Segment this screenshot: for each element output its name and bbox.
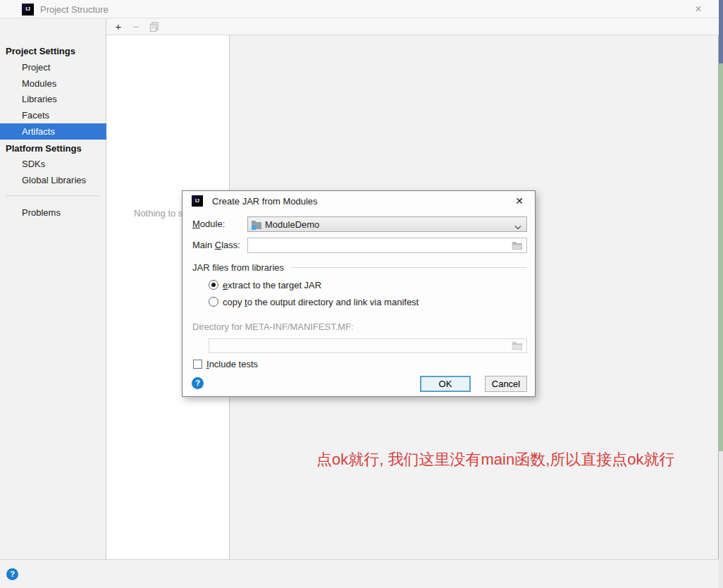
window-title: Project Structure: [40, 4, 109, 15]
main-class-label: Main Class:: [192, 240, 240, 250]
sidebar-item-sdks[interactable]: SDKs: [0, 156, 106, 172]
create-jar-dialog: IJ Create JAR from Modules ✕ Module: Mod…: [182, 190, 536, 397]
dialog-footer-bar: ? OK Cancel Apply: [0, 559, 719, 588]
dialog-close-icon[interactable]: ✕: [513, 195, 526, 207]
artifacts-toolbar: + −: [106, 18, 719, 35]
radio-copy-row[interactable]: copy to the output directory and link vi…: [209, 295, 419, 308]
group-divider: [291, 267, 526, 268]
copy-icon[interactable]: [148, 22, 161, 35]
screen: IJ Project Structure × ← → + − Pro: [0, 0, 723, 588]
chevron-down-icon: [514, 222, 521, 228]
help-icon[interactable]: ?: [6, 568, 18, 580]
jar-files-group-label: JAR files from libraries: [192, 262, 284, 273]
window-close-icon[interactable]: ×: [691, 2, 706, 16]
sidebar-divider: [6, 195, 99, 196]
window-titlebar[interactable]: IJ Project Structure ×: [0, 0, 719, 18]
dialog-cancel-button[interactable]: Cancel: [485, 376, 527, 392]
radio-extract-label: extract to the target JAR: [223, 280, 321, 290]
dialog-titlebar[interactable]: IJ Create JAR from Modules ✕: [183, 191, 535, 211]
desktop-edge: [719, 0, 723, 588]
manifest-directory-label: Directory for META-INF/MANIFEST.MF:: [192, 321, 354, 332]
jar-files-group-header: JAR files from libraries: [192, 262, 526, 273]
radio-extract-button[interactable]: [209, 280, 218, 290]
module-icon: [251, 219, 262, 230]
browse-folder-icon[interactable]: [512, 341, 523, 353]
intellij-logo-icon: IJ: [22, 4, 34, 16]
include-tests-row[interactable]: Include tests: [193, 358, 258, 369]
manifest-directory-input[interactable]: [212, 340, 509, 353]
sidebar-item-global-libraries[interactable]: Global Libraries: [0, 172, 106, 188]
include-tests-checkbox[interactable]: [193, 360, 202, 369]
browse-folder-icon[interactable]: [512, 241, 523, 252]
sidebar-item-problems[interactable]: Problems: [0, 204, 106, 221]
radio-extract-row[interactable]: extract to the target JAR: [209, 278, 321, 291]
desktop-edge-blue: [719, 0, 723, 63]
annotation-text: 点ok就行, 我们这里没有main函数,所以直接点ok就行: [316, 449, 675, 470]
sidebar-item-artifacts[interactable]: Artifacts: [0, 123, 106, 140]
desktop-edge-green: [719, 63, 723, 451]
main-class-field-wrap: [247, 238, 527, 253]
sidebar-item-libraries[interactable]: Libraries: [0, 91, 106, 107]
settings-sidebar: Project Settings Project Modules Librari…: [0, 18, 106, 559]
section-header-platform-settings: Platform Settings: [0, 140, 106, 157]
sidebar-item-modules[interactable]: Modules: [0, 75, 106, 92]
sidebar-item-project[interactable]: Project: [0, 59, 106, 75]
radio-copy-button[interactable]: [209, 297, 218, 307]
module-label: Module:: [192, 219, 225, 229]
section-header-project-settings: Project Settings: [0, 43, 106, 59]
remove-icon[interactable]: −: [130, 20, 142, 33]
include-tests-label: Include tests: [206, 359, 258, 369]
module-combobox[interactable]: ModuleDemo: [247, 216, 527, 232]
sidebar-item-facets[interactable]: Facets: [0, 107, 106, 123]
help-icon[interactable]: ?: [192, 377, 204, 389]
module-value: ModuleDemo: [265, 219, 319, 230]
manifest-directory-field-wrap: [209, 338, 527, 353]
dialog-title: Create JAR from Modules: [212, 196, 318, 207]
desktop-edge-gray: [719, 451, 723, 588]
intellij-logo-icon: IJ: [192, 195, 203, 207]
radio-copy-label: copy to the output directory and link vi…: [223, 297, 419, 307]
dialog-ok-button[interactable]: OK: [420, 376, 471, 392]
add-icon[interactable]: +: [112, 20, 125, 33]
main-class-input[interactable]: [251, 239, 509, 252]
